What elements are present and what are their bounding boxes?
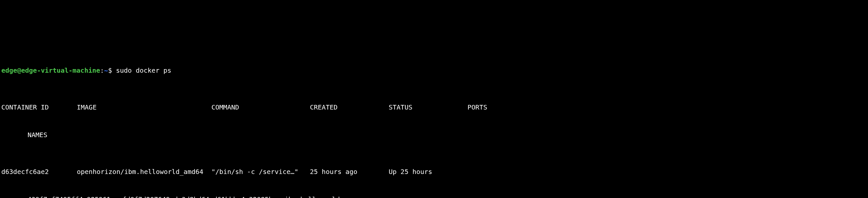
header-created: CREATED <box>310 103 389 112</box>
header-image: IMAGE <box>77 103 211 112</box>
cell-image: openhorizon/ibm.helloworld_amd64 <box>77 167 211 176</box>
prompt-dollar: $ <box>108 66 116 74</box>
header-names: NAMES <box>28 131 47 139</box>
command-text: sudo docker ps <box>116 66 172 74</box>
header-ports: PORTS <box>467 103 533 112</box>
header-command: COMMAND <box>211 103 310 112</box>
header-status: STATUS <box>389 103 467 112</box>
cell-created: 25 hours ago <box>310 167 389 176</box>
prompt-host: edge-virtual-machine <box>21 66 100 74</box>
header-container-id: CONTAINER ID <box>1 103 77 112</box>
docker-header-names: NAMES <box>1 130 867 139</box>
prompt-colon: : <box>100 66 104 74</box>
prompt-path: ~ <box>104 66 108 74</box>
cell-names: 439f7af7405ff4c925961cecfd0f7d207649ada3… <box>28 195 340 198</box>
prompt-at: @ <box>17 66 21 74</box>
command-line-1: edge@edge-virtual-machine:~$ sudo docker… <box>1 66 867 75</box>
prompt-user: edge <box>1 66 17 74</box>
docker-data-names: 439f7af7405ff4c925961cecfd0f7d207649ada3… <box>1 195 867 198</box>
terminal-output[interactable]: edge@edge-virtual-machine:~$ sudo docker… <box>1 38 867 198</box>
cell-ports <box>467 167 533 176</box>
cell-status: Up 25 hours <box>389 167 467 176</box>
cell-container-id: d63decfc6ae2 <box>1 167 77 176</box>
cell-command: "/bin/sh -c /service…" <box>211 167 310 176</box>
docker-header-row: CONTAINER IDIMAGECOMMANDCREATEDSTATUSPOR… <box>1 103 867 112</box>
docker-data-row: d63decfc6ae2openhorizon/ibm.helloworld_a… <box>1 167 867 176</box>
